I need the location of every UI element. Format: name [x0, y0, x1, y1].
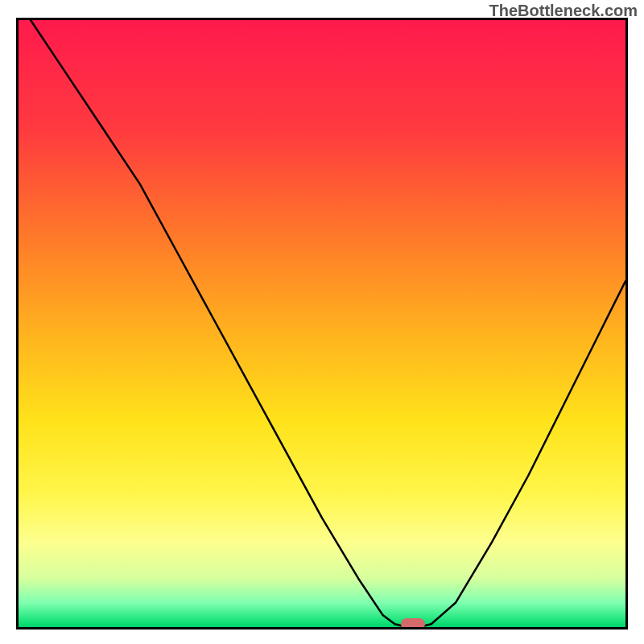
optimal-marker	[401, 618, 425, 630]
chart-container: TheBottleneck.com	[0, 0, 644, 644]
plot-area	[16, 18, 628, 630]
bottleneck-curve	[31, 20, 625, 627]
watermark-text: TheBottleneck.com	[489, 2, 638, 20]
curve-svg	[19, 20, 625, 627]
